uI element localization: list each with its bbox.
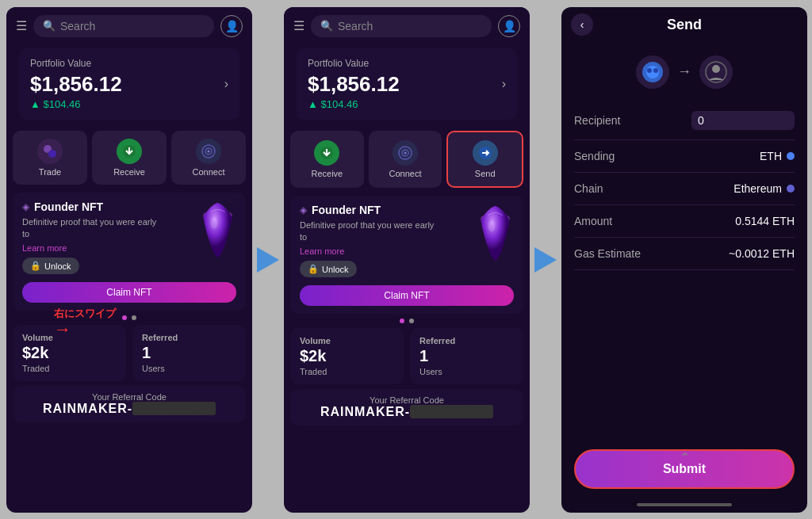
receive-label: Receive xyxy=(113,167,145,177)
screens-container: ☰ 🔍 Search 👤 Portfolio Value $1,856.12 ›… xyxy=(0,0,812,519)
connect-label: Connect xyxy=(193,167,225,177)
unlock-btn-1[interactable]: 🔒 Unlock xyxy=(22,258,79,274)
from-icon xyxy=(636,55,669,89)
receive-label-2: Receive xyxy=(311,169,343,178)
avatar-2[interactable]: 👤 xyxy=(498,15,520,37)
phone-screen-2: ☰ 🔍 Search 👤 Portfolio Value $1,856.12 ›… xyxy=(284,7,530,513)
connect-label-2: Connect xyxy=(389,169,422,178)
action-connect-2[interactable]: Connect xyxy=(369,131,442,188)
avatar-1[interactable]: 👤 xyxy=(220,15,243,37)
header-2: ☰ 🔍 Search 👤 xyxy=(284,7,530,45)
referral-code-1: RAINMAKER-XXXXXXXXX xyxy=(22,402,236,416)
svg-point-18 xyxy=(653,68,658,73)
field-recipient: Recipient xyxy=(574,101,795,140)
stat-vol-bottom-1: Traded xyxy=(22,364,117,373)
portfolio-arrow-2: › xyxy=(502,77,506,91)
arrow-1 xyxy=(252,247,284,273)
blue-arrow-1 xyxy=(257,247,279,273)
claim-btn-2[interactable]: Claim NFT xyxy=(300,285,514,306)
nft-title-1: Founder NFT xyxy=(34,200,103,213)
nft-card-1: ◈ Founder NFT Definitive proof that you … xyxy=(13,193,246,311)
action-receive-2[interactable]: Receive xyxy=(290,131,364,188)
send-fields: Recipient Sending ETH Chain Ethereum Amo… xyxy=(561,101,807,270)
portfolio-change-2: ▲ $104.46 xyxy=(308,98,506,110)
connect-icon-2 xyxy=(393,140,418,166)
field-chain: Chain Ethereum xyxy=(574,173,795,205)
referral-label-1: Your Referral Code xyxy=(22,392,236,402)
action-send-2[interactable]: Send xyxy=(446,131,523,188)
gas-label: Gas Estimate xyxy=(574,247,641,260)
stat-referred-2: Referred 1 Users xyxy=(410,328,523,384)
eth-dot-icon xyxy=(787,152,795,160)
arrow-2 xyxy=(530,247,561,273)
stat-ref-value-2: 1 xyxy=(419,347,514,365)
portfolio-label-2: Portfolio Value xyxy=(308,58,506,69)
dots-row-1 xyxy=(6,311,252,325)
stat-volume-2: Volume $2k Traded xyxy=(290,328,404,384)
nft-desc-2: Definitive proof that you were early to xyxy=(300,219,435,244)
stats-row-1: Volume $2k Traded Referred 1 Users xyxy=(13,325,246,381)
connect-icon xyxy=(196,139,221,164)
referral-row-1: Your Referral Code RAINMAKER-XXXXXXXXX xyxy=(13,386,246,422)
nft-card-2: ◈ Founder NFT Definitive proof that you … xyxy=(290,196,523,315)
svg-point-7 xyxy=(210,217,217,229)
svg-point-11 xyxy=(404,151,407,154)
menu-icon-2[interactable]: ☰ xyxy=(293,18,304,33)
stats-row-2: Volume $2k Traded Referred 1 Users xyxy=(290,328,523,384)
sending-value: ETH xyxy=(760,150,795,162)
actions-row-2: Receive Connect Send xyxy=(284,123,530,196)
phone-screen-1: ☰ 🔍 Search 👤 Portfolio Value $1,856.12 ›… xyxy=(6,7,252,513)
referral-row-2: Your Referral Code RAINMAKER-XXXXXXXXX xyxy=(290,389,523,426)
send-icon-2 xyxy=(473,140,498,166)
phone-screen-3: ‹ Send → xyxy=(561,7,807,513)
back-button[interactable]: ‹ xyxy=(571,13,593,36)
lock-icon-1: 🔒 xyxy=(30,261,41,271)
send-title: Send xyxy=(667,17,702,33)
receive-icon xyxy=(117,139,142,164)
recipient-input[interactable] xyxy=(691,111,795,130)
amount-label: Amount xyxy=(574,215,612,227)
stat-vol-label-1: Volume xyxy=(22,333,117,342)
bottom-bar xyxy=(637,503,732,506)
stat-ref-label-1: Referred xyxy=(142,333,236,342)
search-bar-1[interactable]: 🔍 Search xyxy=(33,15,214,37)
action-receive[interactable]: Receive xyxy=(92,131,167,185)
search-icon-1: 🔍 xyxy=(43,20,56,32)
nft-gem-2 xyxy=(473,204,517,263)
unlock-label-1: Unlock xyxy=(44,261,71,271)
action-trade[interactable]: Trade xyxy=(13,131,87,185)
stat-vol-label-2: Volume xyxy=(300,336,394,345)
dot-active-1 xyxy=(122,315,127,320)
stat-ref-bottom-2: Users xyxy=(419,367,514,376)
header-1: ☰ 🔍 Search 👤 xyxy=(6,7,252,45)
unlock-label-2: Unlock xyxy=(322,265,349,274)
blue-arrow-2 xyxy=(534,247,557,273)
stat-ref-bottom-1: Users xyxy=(142,364,236,373)
menu-icon-1[interactable]: ☰ xyxy=(16,18,27,33)
unlock-btn-2[interactable]: 🔒 Unlock xyxy=(300,261,357,277)
field-sending: Sending ETH xyxy=(574,140,795,173)
action-connect[interactable]: Connect xyxy=(171,131,246,185)
referral-code-2: RAINMAKER-XXXXXXXXX xyxy=(300,405,514,419)
stat-ref-value-1: 1 xyxy=(142,344,236,362)
trade-label: Trade xyxy=(39,167,61,177)
stat-referred-1: Referred 1 Users xyxy=(132,325,246,381)
amount-value: 0.5144 ETH xyxy=(735,215,795,227)
claim-btn-1[interactable]: Claim NFT xyxy=(22,282,236,303)
home-indicator: ⌃ xyxy=(680,450,690,465)
search-text-2: Search xyxy=(338,20,373,32)
chain-dot-icon xyxy=(787,185,795,193)
sending-label: Sending xyxy=(574,150,615,162)
portfolio-section-1: Portfolio Value $1,856.12 › ▲ $104.46 xyxy=(19,48,239,120)
search-bar-2[interactable]: 🔍 Search xyxy=(311,15,492,37)
svg-point-14 xyxy=(488,220,495,232)
send-label-2: Send xyxy=(475,169,496,178)
dots-row-2 xyxy=(284,314,530,328)
trade-icon xyxy=(37,139,63,164)
dot-inactive-2 xyxy=(409,319,414,323)
stat-vol-value-2: $2k xyxy=(300,347,394,365)
nft-diamond-icon: ◈ xyxy=(22,201,29,212)
chevron-up-icon: ⌃ xyxy=(680,450,690,465)
chain-value: Ethereum xyxy=(733,182,795,195)
dot-active-2 xyxy=(400,319,404,323)
